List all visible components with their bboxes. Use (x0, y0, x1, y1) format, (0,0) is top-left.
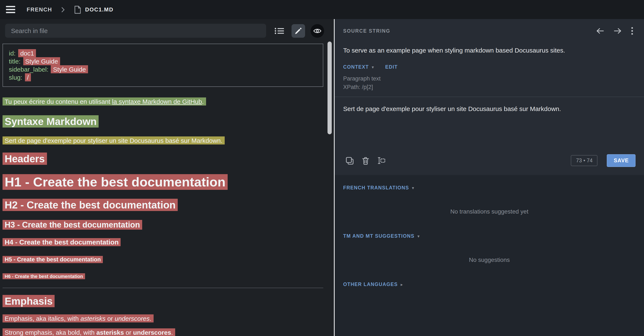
other-languages-section[interactable]: OTHER LANGUAGES ▸ (343, 282, 636, 287)
translation-toolbar: 73 • 74 SAVE (343, 149, 636, 173)
tm-mt-suggestions-section[interactable]: TM AND MT SUGGESTIONS ▾ (343, 233, 636, 239)
bold-text: asterisks (96, 329, 124, 336)
context-type: Paragraph text (343, 75, 636, 82)
edit-mode-button[interactable] (292, 24, 305, 38)
main-area: id:doc1 title:Style Guide sidebar_label:… (0, 19, 644, 336)
heading: Headers (2, 152, 323, 165)
chevron-down-icon: ▾ (372, 65, 374, 70)
copy-icon (346, 156, 354, 164)
other-languages-label: OTHER LANGUAGES (343, 282, 398, 287)
document-preview: id:doc1 title:Style Guide sidebar_label:… (0, 42, 326, 336)
context-xpath: XPath: /p[2] (343, 84, 636, 90)
untranslated-heading[interactable]: H6 - Create the best documentation (2, 273, 85, 279)
document-panel: id:doc1 title:Style Guide sidebar_label:… (0, 19, 326, 336)
heading-h4: H4 - Create the best documentation (2, 238, 323, 247)
file-icon (74, 5, 81, 14)
intro-text: Tu peux écrire du contenu en utilisant (5, 98, 112, 105)
kebab-menu-icon (631, 27, 633, 35)
source-header: SOURCE STRING (343, 26, 636, 37)
more-options-button[interactable] (629, 26, 636, 37)
frontmatter-line: id:doc1 (9, 49, 317, 57)
edit-context-button[interactable]: EDIT (385, 64, 398, 70)
frontmatter-line: title:Style Guide (9, 57, 317, 65)
source-string-label: SOURCE STRING (343, 28, 390, 34)
scrollbar-thumb[interactable] (328, 42, 332, 134)
save-button[interactable]: SAVE (607, 154, 636, 167)
clear-translation-button[interactable] (360, 155, 372, 166)
arrow-right-icon (614, 28, 622, 34)
arrow-left-icon (596, 28, 604, 34)
no-translations-message: No translations suggested yet (343, 208, 636, 215)
paragraph: Emphasis, aka italics, with asterisks or… (2, 314, 323, 323)
topbar: FRENCH DOC1.MD (0, 0, 644, 19)
suggestions-area: FRENCH TRANSLATIONS ▾ No translations su… (335, 175, 644, 336)
context-label: CONTEXT (343, 64, 369, 70)
trash-icon (362, 156, 369, 164)
heading-h6: H6 - Create the best documentation (2, 273, 323, 279)
frontmatter-key: slug: (9, 74, 22, 81)
eye-icon (313, 28, 322, 34)
italic-text: asterisks (80, 315, 105, 322)
french-translations-section[interactable]: FRENCH TRANSLATIONS ▾ (343, 185, 636, 190)
untranslated-heading[interactable]: H2 - Create the best documentation (2, 199, 178, 211)
italic-text: underscores (115, 315, 150, 322)
source-string[interactable]: Style Guide (23, 57, 60, 65)
heading-h2: H2 - Create the best documentation (2, 199, 323, 211)
untranslated-heading[interactable]: Emphasis (2, 295, 55, 307)
heading-h1: H1 - Create the best documentation (2, 174, 323, 190)
search-input[interactable] (5, 24, 266, 38)
untranslated-heading[interactable]: H4 - Create the best documentation (2, 238, 121, 246)
scrollbar[interactable] (326, 19, 334, 336)
frontmatter-key: sidebar_label: (9, 66, 48, 73)
chevron-down-icon: ▾ (418, 234, 420, 238)
search-box (5, 24, 266, 38)
string-list-button[interactable] (272, 24, 286, 38)
heading-h5: H5 - Create the best documentation (2, 256, 323, 263)
chevron-down-icon: ▾ (412, 185, 414, 190)
heading: Emphasis (2, 295, 323, 307)
heading-h3: H3 - Create the best documentation (2, 220, 323, 230)
char-counter: 73 • 74 (571, 155, 598, 166)
translation-editor-app: FRENCH DOC1.MD (0, 0, 644, 336)
string-navigation (593, 26, 636, 37)
source-string[interactable]: Style Guide (51, 65, 88, 73)
text-select-icon (378, 157, 386, 164)
untranslated-heading[interactable]: H5 - Create the best documentation (2, 256, 103, 263)
untranslated-string[interactable]: Emphasis, aka italics, with asterisks or… (2, 314, 154, 322)
list-icon (274, 27, 284, 34)
active-string[interactable]: Sert de page d'exemple pour styliser un … (2, 136, 225, 144)
markdown-syntax-link[interactable]: la syntaxe Markdown de GitHub (112, 98, 202, 105)
frontmatter-line: sidebar_label:Style Guide (9, 65, 317, 73)
emphasis-text: . (150, 315, 151, 322)
paragraph: Strong emphasis, aka bold, with asterisk… (2, 328, 323, 336)
paragraph: Tu peux écrire du contenu en utilisant l… (2, 97, 323, 106)
frontmatter-key: title: (9, 58, 20, 65)
next-string-button[interactable] (611, 26, 624, 36)
translation-panel: SOURCE STRING To serve as an example (335, 19, 644, 336)
section-divider (335, 97, 644, 97)
paragraph: Sert de page d'exemple pour styliser un … (2, 136, 323, 145)
preview-mode-button[interactable] (310, 24, 324, 38)
source-string[interactable]: / (25, 73, 31, 81)
emphasis-text: Emphasis, aka italics, with (5, 315, 80, 322)
previous-string-button[interactable] (593, 26, 607, 36)
copy-source-button[interactable] (343, 155, 356, 166)
untranslated-heading[interactable]: H1 - Create the best documentation (2, 174, 228, 190)
select-text-button[interactable] (375, 155, 388, 166)
untranslated-string[interactable]: Strong emphasis, aka bold, with asterisk… (2, 328, 175, 336)
translation-input[interactable]: Sert de page d'exemple pour styliser un … (343, 105, 636, 149)
menu-icon[interactable] (6, 6, 16, 13)
frontmatter-block: id:doc1 title:Style Guide sidebar_label:… (2, 44, 323, 87)
document-toolbar (0, 19, 326, 42)
translated-string[interactable]: Tu peux écrire du contenu en utilisant l… (2, 97, 206, 105)
strong-text: Strong emphasis, aka bold, with (5, 329, 96, 336)
translated-heading[interactable]: Syntaxe Markdown (2, 115, 99, 127)
source-string[interactable]: doc1 (18, 49, 36, 57)
intro-text-end: . (202, 98, 204, 105)
untranslated-heading[interactable]: H3 - Create the best documentation (2, 220, 142, 230)
untranslated-heading[interactable]: Headers (2, 152, 47, 165)
breadcrumb-file: DOC1.MD (85, 6, 114, 13)
context-toggle[interactable]: CONTEXT▾ (343, 64, 374, 70)
no-suggestions-message: No suggestions (343, 256, 636, 263)
breadcrumb-project[interactable]: FRENCH (27, 6, 52, 13)
